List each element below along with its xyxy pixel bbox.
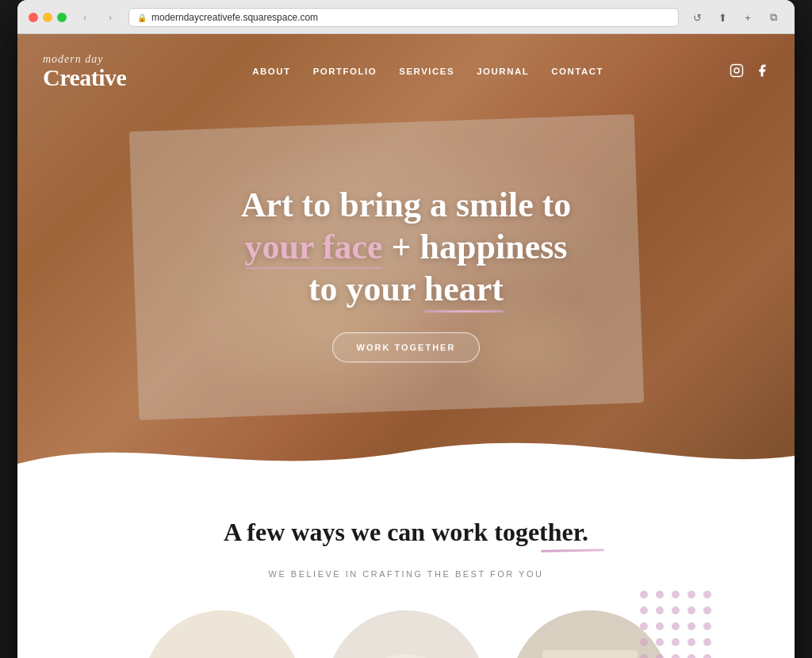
logo-main-text: Creative <box>43 66 126 90</box>
lock-icon: 🔒 <box>137 13 147 22</box>
svg-point-26 <box>688 654 695 658</box>
svg-point-24 <box>656 654 664 658</box>
refresh-button[interactable]: ↺ <box>687 10 707 25</box>
nav-services[interactable]: SERVICES <box>399 67 454 76</box>
url-text: moderndaycreativefe.squarespace.com <box>151 12 318 23</box>
svg-point-23 <box>640 654 648 658</box>
nav-journal[interactable]: JOURNAL <box>477 67 529 76</box>
hero-headline: Art to bring a smile to your face + happ… <box>216 185 596 310</box>
add-tab-button[interactable]: + <box>737 10 758 25</box>
navigation: modern day Creative ABOUT PORTFOLIO SERV… <box>17 34 795 109</box>
svg-point-11 <box>688 606 695 614</box>
nav-contact[interactable]: CONTACT <box>551 67 603 76</box>
svg-point-25 <box>672 654 680 658</box>
close-button[interactable] <box>29 13 38 22</box>
logo: modern day Creative <box>43 53 126 90</box>
traffic-lights <box>29 13 67 22</box>
svg-point-16 <box>688 622 695 630</box>
section-subtitle: WE BELIEVE IN CRAFTING THE BEST FOR YOU <box>33 569 779 579</box>
work-together-button[interactable]: WORK TOGETHER <box>332 333 481 363</box>
svg-point-8 <box>640 606 648 614</box>
svg-point-6 <box>688 591 695 599</box>
svg-point-4 <box>656 591 664 599</box>
instagram-icon[interactable] <box>730 63 744 80</box>
tabs-button[interactable]: ⧉ <box>763 10 783 25</box>
svg-point-2 <box>740 67 741 67</box>
svg-point-13 <box>640 622 648 630</box>
svg-point-22 <box>703 638 711 646</box>
svg-point-15 <box>672 622 680 630</box>
nav-links: ABOUT PORTFOLIO SERVICES JOURNAL CONTACT <box>252 67 603 76</box>
share-button[interactable]: ⬆ <box>712 10 733 25</box>
hero-wave <box>17 416 795 478</box>
forward-button[interactable]: › <box>100 10 121 25</box>
hero-content: Art to bring a smile to your face + happ… <box>216 185 596 362</box>
svg-point-21 <box>688 638 695 646</box>
browser-chrome: ‹ › 🔒 moderndaycreativefe.squarespace.co… <box>17 0 795 34</box>
dots-decoration <box>636 587 731 658</box>
hero-headline-heart: heart <box>424 270 504 308</box>
svg-rect-28 <box>143 610 301 658</box>
back-button[interactable]: ‹ <box>75 10 95 25</box>
svg-point-19 <box>656 638 664 646</box>
svg-point-27 <box>703 654 711 658</box>
nav-about[interactable]: ABOUT <box>252 67 290 76</box>
service-card-2 <box>327 610 485 658</box>
svg-point-3 <box>640 591 648 599</box>
svg-point-17 <box>703 622 711 630</box>
nav-portfolio[interactable]: PORTFOLIO <box>313 67 377 76</box>
svg-point-7 <box>703 591 711 599</box>
svg-point-5 <box>672 591 680 599</box>
svg-point-12 <box>703 606 711 614</box>
browser-controls: ‹ › <box>75 10 121 25</box>
svg-point-14 <box>656 622 664 630</box>
below-fold-section: A few ways we can work together. WE BELI… <box>17 478 795 658</box>
svg-rect-35 <box>327 610 485 658</box>
service-card-1 <box>143 610 301 658</box>
website-content: modern day Creative ABOUT PORTFOLIO SERV… <box>17 34 795 658</box>
svg-rect-0 <box>731 64 743 76</box>
svg-point-20 <box>672 638 680 646</box>
logo-script-text: modern day <box>43 53 126 66</box>
hero-headline-face: your face <box>245 228 383 266</box>
facebook-icon[interactable] <box>755 63 769 80</box>
section-title: A few ways we can work together. <box>224 518 588 547</box>
hero-section: modern day Creative ABOUT PORTFOLIO SERV… <box>17 34 795 478</box>
section-heading: A few ways we can work together. WE BELI… <box>17 478 795 603</box>
svg-point-9 <box>656 606 664 614</box>
maximize-button[interactable] <box>57 13 67 22</box>
nav-social-links <box>730 63 769 80</box>
address-bar[interactable]: 🔒 moderndaycreativefe.squarespace.com <box>128 8 679 27</box>
cards-row <box>17 603 795 658</box>
svg-rect-42 <box>542 650 638 658</box>
browser-window: ‹ › 🔒 moderndaycreativefe.squarespace.co… <box>17 0 795 658</box>
minimize-button[interactable] <box>43 13 52 22</box>
svg-point-1 <box>734 68 739 73</box>
svg-point-10 <box>672 606 680 614</box>
browser-actions: ↺ ⬆ + ⧉ <box>687 10 783 25</box>
svg-point-18 <box>640 638 648 646</box>
